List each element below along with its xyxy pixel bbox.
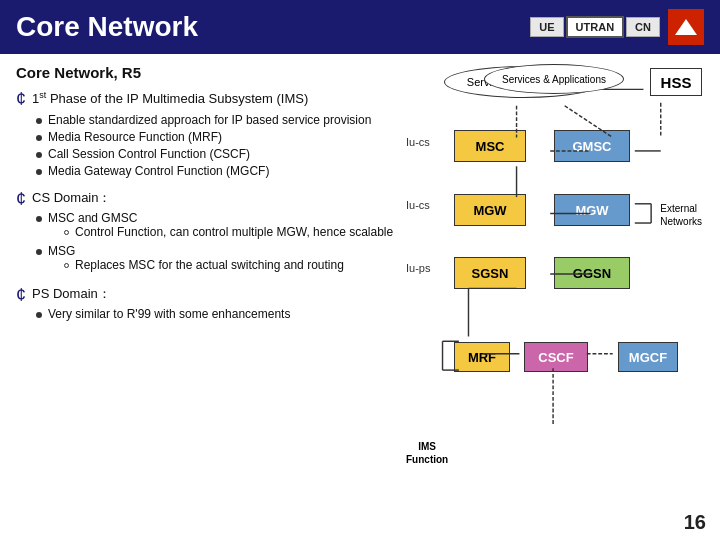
- up-arrow-button[interactable]: [668, 9, 704, 45]
- page-title: Core Network: [16, 11, 198, 43]
- ims-function-label: IMSFunction: [406, 440, 448, 466]
- iu-cs-label-1: Iu-cs: [406, 136, 430, 148]
- sub-bullet-text-1-4: Media Gateway Control Function (MGCF): [48, 164, 269, 178]
- sub-bullet-text-3-1: Very similar to R'99 with some enhanceme…: [48, 307, 290, 321]
- main-content: Core Network, R5 ¢ 1st Phase of the IP M…: [0, 54, 720, 540]
- iu-ps-label: Iu-ps: [406, 262, 430, 274]
- right-column: Services & Applications HSS Iu-cs MSC GM…: [406, 64, 704, 532]
- sub-bullets-3: Very similar to R'99 with some enhanceme…: [32, 307, 290, 321]
- sub-dot: [36, 169, 42, 175]
- cscf-box: CSCF: [524, 342, 588, 372]
- bullet-item-3: ¢ PS Domain： Very similar to R'99 with s…: [16, 285, 396, 324]
- bullet-item-2: ¢ CS Domain： MSC and GMSC Control Functi…: [16, 189, 396, 277]
- sub-sub-text-1: Control Function, can control multiple M…: [75, 225, 393, 239]
- bullet-marker-3: ¢: [16, 285, 26, 307]
- hss-box: HSS: [650, 68, 702, 96]
- sub-dot: [36, 312, 42, 318]
- sub-bullet-text-1-1: Enable standardized approach for IP base…: [48, 113, 371, 127]
- sub-bullet-2-2: MSG Replaces MSC for the actual switchin…: [36, 244, 393, 274]
- sub-dot: [36, 135, 42, 141]
- sub-bullet-1-1: Enable standardized approach for IP base…: [36, 113, 371, 127]
- page-number: 16: [684, 511, 706, 534]
- sub-dot: [36, 152, 42, 158]
- sub-bullet-3-1: Very similar to R'99 with some enhanceme…: [36, 307, 290, 321]
- sub-bullet-text-1-2: Media Resource Function (MRF): [48, 130, 222, 144]
- bullet-marker-1: ¢: [16, 89, 26, 111]
- nav-utran-button[interactable]: UTRAN: [566, 16, 625, 38]
- mgcf-box: MGCF: [618, 342, 678, 372]
- sub-sub-dot: [64, 230, 69, 235]
- nav-cn-button[interactable]: CN: [626, 17, 660, 37]
- iu-cs-label-2: Iu-cs: [406, 199, 430, 211]
- mgw-right-box: MGW: [554, 194, 630, 226]
- hss-label: HSS: [661, 74, 692, 91]
- bullet-marker-2: ¢: [16, 189, 26, 211]
- sub-bullets-2: MSC and GMSC Control Function, can contr…: [32, 211, 393, 274]
- sub-sub-bullet-2: Replaces MSC for the actual switching an…: [64, 258, 344, 272]
- section-title: Core Network, R5: [16, 64, 396, 81]
- msc-box: MSC: [454, 130, 526, 162]
- sub-bullet-1-3: Call Session Control Function (CSCF): [36, 147, 371, 161]
- bullet-text-1: 1st Phase of the IP Multimedia Subsystem…: [32, 89, 371, 109]
- gmsc-box: GMSC: [554, 130, 630, 162]
- sub-dot: [36, 249, 42, 255]
- sub-bullet-text-2-2: MSG: [48, 244, 75, 258]
- sub-dot: [36, 118, 42, 124]
- header: Core Network UE UTRAN CN: [0, 0, 720, 54]
- nav-ue-button[interactable]: UE: [530, 17, 563, 37]
- bullet-item-1: ¢ 1st Phase of the IP Multimedia Subsyst…: [16, 89, 396, 181]
- services-ellipse-bottom: Services & Applications: [484, 64, 624, 94]
- bullet-text-3: PS Domain：: [32, 285, 290, 303]
- sub-bullets-1: Enable standardized approach for IP base…: [32, 113, 371, 178]
- sub-sub-bullet-1: Control Function, can control multiple M…: [64, 225, 393, 239]
- external-networks-label: External Networks: [660, 202, 702, 228]
- network-diagram: Services & Applications HSS Iu-cs MSC GM…: [406, 64, 704, 532]
- nav-buttons: UE UTRAN CN: [530, 9, 704, 45]
- sub-sub-bullets-2: Replaces MSC for the actual switching an…: [48, 258, 344, 272]
- sub-bullet-1-4: Media Gateway Control Function (MGCF): [36, 164, 371, 178]
- sub-bullet-2-1: MSC and GMSC Control Function, can contr…: [36, 211, 393, 241]
- left-column: Core Network, R5 ¢ 1st Phase of the IP M…: [16, 64, 396, 532]
- mgw-left-box: MGW: [454, 194, 526, 226]
- sub-sub-bullets: Control Function, can control multiple M…: [48, 225, 393, 239]
- sub-sub-text-2: Replaces MSC for the actual switching an…: [75, 258, 344, 272]
- sgsn-box: SGSN: [454, 257, 526, 289]
- sub-bullet-text-2-1: MSC and GMSC: [48, 211, 137, 225]
- sub-bullet-text-1-3: Call Session Control Function (CSCF): [48, 147, 250, 161]
- sub-sub-dot: [64, 263, 69, 268]
- mrf-box: MRF: [454, 342, 510, 372]
- ggsn-box: GGSN: [554, 257, 630, 289]
- sub-dot: [36, 216, 42, 222]
- sub-bullet-1-2: Media Resource Function (MRF): [36, 130, 371, 144]
- bullet-text-2: CS Domain：: [32, 189, 393, 207]
